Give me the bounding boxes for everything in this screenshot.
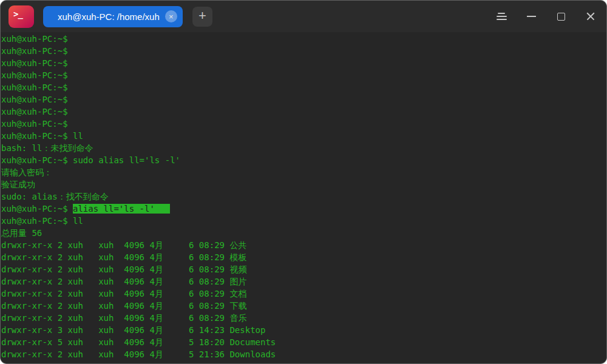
terminal-line: sudo: alias：找不到命令 xyxy=(1,190,606,203)
desktop-background: { "titlebar": { "tab_title": "xuh@xuh-PC… xyxy=(0,0,607,364)
terminal-line: xuh@xuh-PC:~$ xyxy=(1,33,606,45)
terminal-text: xuh@xuh-PC:~$ xyxy=(1,204,73,214)
close-icon: × xyxy=(169,13,174,21)
maximize-button[interactable] xyxy=(555,10,567,22)
terminal-line: drwxr-xr-x 2 xuh xuh 4096 4月 6 08:29 图片 xyxy=(1,275,606,288)
terminal-line: 总用量 56 xyxy=(1,227,606,239)
terminal-text: drwxr-xr-x 2 xuh xuh 4096 4月 6 08:29 下载 xyxy=(1,301,246,311)
new-tab-button[interactable]: + xyxy=(192,7,212,27)
close-window-icon xyxy=(586,12,595,21)
terminal-text: 总用量 56 xyxy=(1,228,42,238)
menu-button[interactable] xyxy=(495,10,507,22)
terminal-text: drwxr-xr-x 2 xuh xuh 4096 4月 5 21:36 Dow… xyxy=(1,349,276,359)
terminal-line: xuh@xuh-PC:~$ alias ll='ls -l' xyxy=(1,203,606,215)
terminal-text: drwxr-xr-x 5 xuh xuh 4096 4月 5 18:20 Doc… xyxy=(1,337,276,347)
terminal-text: xuh@xuh-PC:~$ xyxy=(1,107,68,116)
terminal-line: drwxr-xr-x 2 xuh xuh 4096 4月 5 21:36 Dow… xyxy=(1,348,606,360)
terminal-line: xuh@xuh-PC:~$ xyxy=(1,106,606,118)
terminal-text: xuh@xuh-PC:~$ xyxy=(1,95,68,104)
terminal-text: drwxr-xr-x 2 xuh xuh 4096 4月 6 08:29 模板 xyxy=(1,252,246,262)
terminal-line: xuh@xuh-PC:~$ xyxy=(1,45,606,57)
terminal-text: xuh@xuh-PC:~$ xyxy=(1,119,68,129)
maximize-icon xyxy=(557,13,565,21)
terminal-text: xuh@xuh-PC:~$ xyxy=(1,83,68,92)
terminal-line: 请输入密码： xyxy=(1,166,606,178)
terminal-window: >_ xuh@xuh-PC: /home/xuh × + xyxy=(0,0,607,364)
terminal-line: drwxr-xr-x 2 xuh xuh 4096 4月 6 08:29 文档 xyxy=(1,288,606,300)
plus-icon: + xyxy=(198,9,206,22)
tab-active[interactable]: xuh@xuh-PC: /home/xuh × xyxy=(43,6,183,27)
terminal-text: drwxr-xr-x 2 xuh xuh 4096 4月 6 08:29 视频 xyxy=(1,265,246,274)
terminal-text: xuh@xuh-PC:~$ sudo alias ll='ls -l' xyxy=(1,155,180,165)
terminal-text: 验证成功 xyxy=(1,180,35,189)
terminal-line: xuh@xuh-PC:~$ ll xyxy=(1,130,606,142)
terminal-text: drwxr-xr-x 2 xuh xuh 4096 4月 6 08:29 音乐 xyxy=(1,313,246,323)
terminal-line: drwxr-xr-x 2 xuh xuh 4096 4月 6 08:29 模板 xyxy=(1,251,606,263)
terminal-line: xuh@xuh-PC:~$ xyxy=(1,93,606,106)
terminal-line: 验证成功 xyxy=(1,178,606,190)
close-button[interactable] xyxy=(585,10,597,22)
terminal-text: drwxr-xr-x 3 xuh xuh 4096 4月 6 14:23 Des… xyxy=(1,325,265,335)
titlebar[interactable]: >_ xuh@xuh-PC: /home/xuh × + xyxy=(1,1,606,32)
terminal-text: bash: ll：未找到命令 xyxy=(1,143,93,153)
terminal-text: xuh@xuh-PC:~$ xyxy=(1,70,68,80)
tab-title: xuh@xuh-PC: /home/xuh xyxy=(58,12,160,22)
terminal-line: bash: ll：未找到命令 xyxy=(1,142,606,154)
terminal-app-icon: >_ xyxy=(8,5,34,28)
terminal-line: drwxr-xr-x 2 xuh xuh 4096 4月 6 08:29 视频 xyxy=(1,263,606,275)
terminal-text: drwxr-xr-x 2 xuh xuh 4096 4月 6 08:29 公共 xyxy=(1,240,246,250)
hamburger-menu-icon xyxy=(496,13,507,20)
terminal-text: sudo: alias：找不到命令 xyxy=(1,192,109,201)
terminal-text: drwxr-xr-x 2 xuh xuh 4096 4月 6 08:29 文档 xyxy=(1,289,246,298)
terminal-text: drwxr-xr-x 2 xuh xuh 4096 4月 6 08:29 图片 xyxy=(1,277,246,286)
minimize-button[interactable] xyxy=(525,10,537,22)
terminal-line: xuh@xuh-PC:~$ sudo alias ll='ls -l' xyxy=(1,154,606,166)
terminal-output[interactable]: xuh@xuh-PC:~$xuh@xuh-PC:~$xuh@xuh-PC:~$x… xyxy=(1,32,606,364)
terminal-text: xuh@xuh-PC:~$ xyxy=(1,34,68,44)
terminal-line: drwxr-xr-x 5 xuh xuh 4096 4月 5 18:20 Doc… xyxy=(1,336,606,348)
terminal-line: drwxr-xr-x 2 xuh xuh 4096 4月 6 08:29 公共 xyxy=(1,239,606,251)
terminal-prompt-icon: >_ xyxy=(13,9,22,19)
terminal-text: xuh@xuh-PC:~$ ll xyxy=(1,131,83,141)
window-controls xyxy=(495,10,597,22)
terminal-text: 请输入密码： xyxy=(1,167,52,177)
terminal-line: drwxr-xr-x 3 xuh xuh 4096 4月 6 14:23 Des… xyxy=(1,324,606,336)
terminal-line: xuh@xuh-PC:~$ xyxy=(1,81,606,93)
terminal-line: drwxr-xr-x 2 xuh xuh 4096 4月 6 08:29 下载 xyxy=(1,300,606,312)
terminal-line: xuh@xuh-PC:~$ xyxy=(1,57,606,69)
terminal-line: drwxr-xr-x 2 xuh xuh 4096 4月 6 08:29 音乐 xyxy=(1,312,606,324)
terminal-line: xuh@xuh-PC:~$ xyxy=(1,118,606,130)
terminal-text: xuh@xuh-PC:~$ xyxy=(1,58,68,68)
terminal-line: xuh@xuh-PC:~$ ll xyxy=(1,215,606,227)
terminal-text: xuh@xuh-PC:~$ xyxy=(1,46,68,56)
terminal-text: xuh@xuh-PC:~$ ll xyxy=(1,216,83,226)
minimize-icon xyxy=(527,16,536,17)
terminal-selected-text: alias ll='ls -l' xyxy=(73,204,170,214)
terminal-line: xuh@xuh-PC:~$ xyxy=(1,69,606,81)
tab-close-button[interactable]: × xyxy=(165,10,177,22)
